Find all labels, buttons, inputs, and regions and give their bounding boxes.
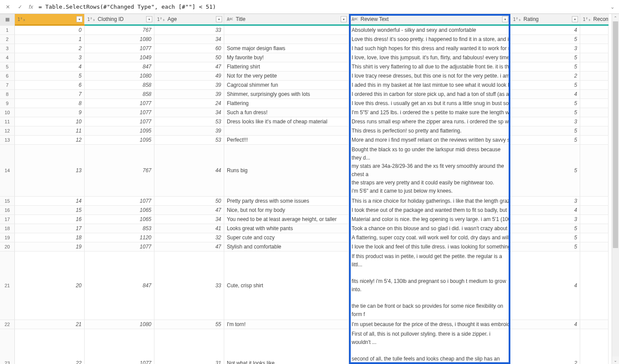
cell-rating[interactable]: 3 [510,197,580,205]
cell-review[interactable]: I ordered this in carbon for store pick … [349,90,510,99]
column-header-age[interactable]: 1²₃ Age ▾ [154,14,224,24]
cell-recommend[interactable] [580,197,609,205]
cell-rating[interactable]: 5 [510,136,580,144]
formula-input[interactable] [38,3,605,10]
cell-title[interactable]: Looks great with white pants [224,224,349,233]
row-number[interactable]: 3 [0,44,15,53]
cell-recommend[interactable] [580,35,609,44]
filter-icon[interactable]: ▾ [216,16,222,22]
row-number[interactable]: 19 [0,233,15,242]
table-row[interactable]: 2322107731Not what it looks likeFirst of… [0,329,609,364]
table-row[interactable]: 1615106547Nice, but not for my bodyI too… [0,206,609,215]
cell-index[interactable]: 22 [15,329,85,364]
cell-review[interactable]: More and more i find myself reliant on t… [349,136,510,144]
cell-index[interactable]: 7 [15,90,85,99]
filter-icon[interactable]: ▾ [502,16,508,22]
cell-title[interactable]: Not what it looks like [224,329,349,364]
cell-recommend[interactable] [580,329,609,364]
cell-age[interactable]: 47 [154,206,224,214]
cell-rating[interactable]: 5 [510,126,580,135]
table-row[interactable]: 1211109539This dress is perfection! so p… [0,126,609,136]
cell-recommend[interactable] [580,126,609,135]
scroll-track[interactable] [612,21,619,357]
cell-rating[interactable]: 5 [510,224,580,233]
cell-index[interactable]: 10 [15,117,85,126]
cell-age[interactable]: 32 [154,233,224,242]
cell-age[interactable]: 53 [154,117,224,126]
cell-age[interactable]: 33 [154,252,224,320]
row-number[interactable]: 18 [0,224,15,233]
cell-recommend[interactable] [580,224,609,233]
row-number[interactable]: 22 [0,320,15,329]
table-row[interactable]: 21108034Love this dress! it's sooo prett… [0,35,609,44]
cell-title[interactable]: Runs big [224,145,349,196]
cell-age[interactable]: 55 [154,320,224,329]
cell-age[interactable]: 47 [154,242,224,251]
cell-recommend[interactable] [580,44,609,53]
cell-age[interactable]: 39 [154,81,224,89]
cell-rating[interactable]: 5 [510,53,580,62]
table-row[interactable]: 1918112032Super cute and cozyA flatterin… [0,233,609,242]
scroll-up-icon[interactable]: ⌃ [612,14,619,21]
cell-title[interactable] [224,126,349,135]
cell-recommend[interactable] [580,99,609,108]
scroll-thumb[interactable] [613,21,618,248]
cell-age[interactable]: 53 [154,136,224,144]
cell-title[interactable]: My favorite buy! [224,53,349,62]
column-header-title[interactable]: ABC Title ▾ [224,14,349,24]
cell-index[interactable]: 4 [15,62,85,71]
table-corner[interactable]: ▦ [0,14,15,24]
table-row[interactable]: 65108049Not for the very petiteI love tr… [0,71,609,81]
cell-review[interactable]: Love this dress! it's sooo pretty. i hap… [349,35,510,44]
cell-age[interactable]: 50 [154,197,224,205]
cell-title[interactable]: Dress looks like it's made of cheap mate… [224,117,349,126]
cell-rating[interactable]: 4 [510,320,580,329]
cell-age[interactable]: 49 [154,71,224,80]
cell-age[interactable]: 41 [154,224,224,233]
cell-clothing-id[interactable]: 847 [85,252,154,320]
table-row[interactable]: 7685839Cagrcoal shimmer funI aded this i… [0,81,609,90]
cell-index[interactable]: 8 [15,99,85,108]
cell-clothing-id[interactable]: 858 [85,81,154,89]
cell-rating[interactable]: 3 [510,117,580,126]
cell-clothing-id[interactable]: 767 [85,26,154,34]
table-row[interactable]: 212084733Cute, crisp shirtIf this produc… [0,252,609,320]
cell-title[interactable]: Cute, crisp shirt [224,252,349,320]
cell-review[interactable]: I'm upset because for the price of the d… [349,320,510,329]
cell-age[interactable]: 33 [154,26,224,34]
cell-index[interactable]: 17 [15,224,85,233]
cell-review[interactable]: I aded this in my basket at hte last min… [349,81,510,89]
cell-review[interactable]: I love this dress. i usually get an xs b… [349,99,510,108]
cell-age[interactable]: 47 [154,62,224,71]
expand-formula-icon[interactable]: ⌄ [610,4,615,10]
table-row[interactable]: 32107760Some major design flawsI had suc… [0,44,609,53]
cell-title[interactable]: Super cute and cozy [224,233,349,242]
cell-recommend[interactable] [580,136,609,144]
cell-review[interactable]: I love, love, love this jumpsuit. it's f… [349,53,510,62]
row-number[interactable]: 7 [0,81,15,89]
cell-recommend[interactable] [580,90,609,99]
table-row[interactable]: 2019107747Stylish and comfortableI love … [0,242,609,252]
row-number[interactable]: 9 [0,99,15,108]
cell-title[interactable]: Cagrcoal shimmer fun [224,81,349,89]
cell-index[interactable]: 19 [15,242,85,251]
cell-review[interactable]: This is a nice choice for holiday gather… [349,197,510,205]
cell-review[interactable]: Absolutely wonderful - silky and sexy an… [349,26,510,34]
cell-rating[interactable]: 2 [510,329,580,364]
cell-age[interactable]: 34 [154,215,224,224]
cell-recommend[interactable] [580,320,609,329]
table-row[interactable]: 1110107753Dress looks like it's made of … [0,117,609,126]
table-row[interactable]: 43104950My favorite buy!I love, love, lo… [0,53,609,62]
cell-index[interactable]: 6 [15,81,85,89]
cell-index[interactable]: 2 [15,44,85,53]
cell-review[interactable]: I had such high hopes for this dress and… [349,44,510,53]
row-number[interactable]: 21 [0,252,15,320]
cell-review[interactable]: Bought the black xs to go under the lark… [349,145,510,196]
vertical-scrollbar[interactable]: ⌃ ⌄ [612,14,619,364]
cell-title[interactable]: Perfect!!! [224,136,349,144]
cell-review[interactable]: Dress runs small esp where the zipper ar… [349,117,510,126]
column-header-rating[interactable]: 1²₃ Rating ▾ [510,14,580,24]
table-row[interactable]: 1514107750Pretty party dress with some i… [0,197,609,206]
cell-title[interactable]: Some major design flaws [224,44,349,53]
cell-recommend[interactable] [580,81,609,89]
